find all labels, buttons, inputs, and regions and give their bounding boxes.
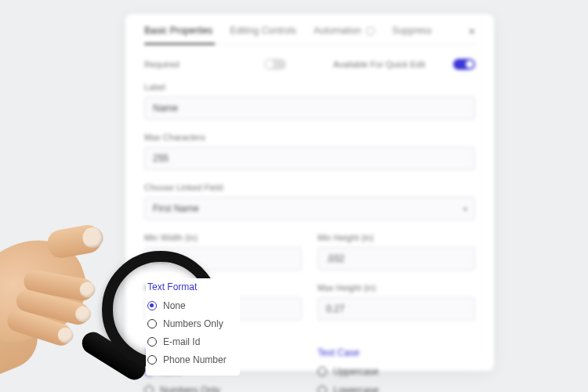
tab-editing-controls[interactable]: Editing Controls [230,25,296,38]
radio-label: Numbers Only [163,318,223,329]
quick-edit-label: Available For Quick Edit [333,60,425,69]
radio-text-format-numbers-only[interactable]: Numbers Only [147,318,237,329]
radio-icon [147,355,157,365]
text-case-list: Uppercase Lowercase Sentence Case Capita… [318,366,475,392]
radio-label: Phone Number [163,354,227,365]
radio-uppercase[interactable]: Uppercase [318,366,475,377]
radio-lowercase[interactable]: Lowercase [318,385,475,392]
maxchars-input[interactable] [144,147,475,170]
linked-field-label: Choose Linked Field [144,183,475,192]
maxheight-label: Max Height (in) [318,283,475,292]
minwidth-label: Min Width (in) [144,233,302,242]
radio-icon [147,319,157,328]
maxchars-label: Max Characters [144,132,475,142]
tabs: Basic Properties Editing Controls Automa… [144,25,475,45]
radio-label: E-mail Id [163,336,200,347]
tab-suppress[interactable]: Suppress [392,25,432,38]
required-toggle[interactable] [264,59,286,70]
radio-text-format-none[interactable]: None [147,300,237,311]
label-field-label: Label [144,82,475,92]
radio-text-format-phone[interactable]: Phone Number [147,354,237,365]
quick-edit-toggle[interactable] [453,59,475,70]
tab-automation-label: Automation [314,25,361,36]
tab-basic-properties[interactable]: Basic Properties [144,25,212,38]
tab-automation[interactable]: Automation [314,25,375,38]
tab-underline [144,43,215,45]
radio-text-format-email[interactable]: E-mail Id [147,336,237,347]
chevron-down-icon: ▾ [463,205,467,213]
text-format-heading: Text Format [147,281,237,292]
maxheight-input[interactable] [318,297,475,321]
radio-label: None [163,300,186,311]
text-case-heading: Text Case [318,347,475,358]
minheight-input[interactable] [318,247,475,270]
required-label: Required [144,60,180,69]
info-icon [366,27,375,35]
radio-icon [147,301,157,310]
minheight-label: Min Height (in) [318,233,475,242]
close-icon[interactable]: × [469,25,475,38]
label-input[interactable] [144,96,475,120]
text-format-group: Text Format None Numbers Only E-mail Id … [146,278,240,376]
linked-field-select[interactable] [144,197,475,220]
radio-icon [147,337,157,347]
toggle-row: Required Available For Quick Edit [144,59,475,70]
